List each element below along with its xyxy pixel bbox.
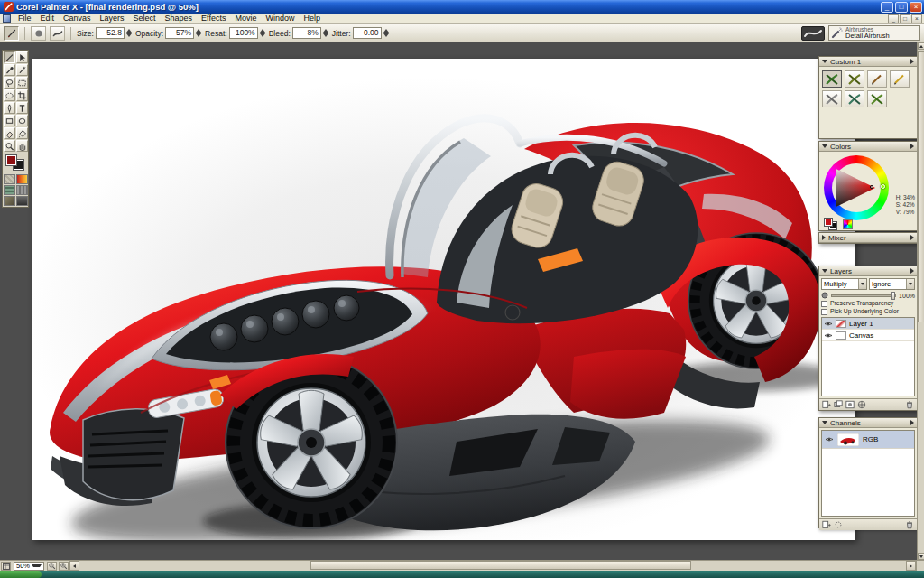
group-layers-icon[interactable] <box>834 400 843 409</box>
menu-help[interactable]: Help <box>300 14 326 23</box>
tool-text[interactable] <box>16 102 28 114</box>
menu-edit[interactable]: Edit <box>36 14 60 23</box>
taskbar[interactable] <box>0 571 924 578</box>
vertical-scrollbar[interactable] <box>917 42 924 560</box>
flyout-icon[interactable] <box>910 268 914 274</box>
custom-brush-5[interactable] <box>822 90 842 107</box>
sv-marker[interactable] <box>870 185 873 189</box>
scroll-down-icon[interactable] <box>918 553 924 560</box>
channel-row-rgb[interactable]: RGB <box>822 431 914 449</box>
pattern-selector[interactable] <box>4 185 15 195</box>
layer-opacity-slider[interactable] <box>831 294 896 297</box>
document-canvas[interactable] <box>32 59 855 540</box>
horizontal-scroll-thumb[interactable] <box>310 561 690 570</box>
document-icon[interactable] <box>3 14 11 23</box>
dab-preview-icon[interactable] <box>31 26 46 41</box>
tool-pen[interactable] <box>4 102 15 114</box>
delete-layer-trash-icon[interactable] <box>905 400 914 409</box>
visibility-eye-icon[interactable] <box>825 436 834 443</box>
menu-shapes[interactable]: Shapes <box>161 14 198 23</box>
bleed-stepper[interactable] <box>323 29 328 37</box>
tool-layer-adjuster[interactable] <box>16 51 28 63</box>
scroll-right-icon[interactable] <box>906 561 916 571</box>
zoom-in-icon[interactable] <box>59 562 69 571</box>
tool-magic-wand[interactable] <box>16 64 28 76</box>
collapse-icon[interactable] <box>822 144 827 148</box>
flyout-icon[interactable] <box>910 235 914 240</box>
opacity-input[interactable]: 57% <box>165 27 194 39</box>
nozzle-selector[interactable] <box>16 196 28 206</box>
minimize-button[interactable]: _ <box>881 2 893 13</box>
doc-restore-button[interactable]: □ <box>900 14 910 23</box>
flyout-icon[interactable] <box>910 144 914 149</box>
new-channel-icon[interactable] <box>822 520 831 529</box>
zoom-dropdown-icon[interactable] <box>32 564 42 567</box>
tool-crop[interactable] <box>16 89 28 101</box>
collapse-icon[interactable] <box>822 421 827 424</box>
menu-select[interactable]: Select <box>129 14 161 23</box>
load-selection-icon[interactable] <box>834 520 843 529</box>
brush-tool-icon[interactable] <box>4 26 19 41</box>
jitter-stepper[interactable] <box>383 29 389 37</box>
layer-mask-icon[interactable] <box>845 400 855 409</box>
main-color-swatch[interactable] <box>825 219 832 226</box>
channels-panel-header[interactable]: Channels <box>819 418 917 428</box>
menu-file[interactable]: File <box>14 14 36 23</box>
menu-layers[interactable]: Layers <box>96 14 129 23</box>
custom-brush-7[interactable] <box>867 90 887 107</box>
scroll-left-icon[interactable] <box>69 561 79 571</box>
visibility-eye-icon[interactable] <box>824 321 833 327</box>
window-titlebar[interactable]: Corel Painter X - [final rendering.psd @… <box>0 0 924 14</box>
doc-close-button[interactable]: × <box>911 14 922 23</box>
slider-thumb[interactable] <box>891 292 895 300</box>
depth-mode-dropdown[interactable]: Ignore <box>869 278 915 290</box>
dropdown-arrow-icon[interactable] <box>858 279 866 289</box>
new-layer-icon[interactable] <box>822 400 831 409</box>
size-stepper[interactable] <box>126 29 132 37</box>
opacity-stepper[interactable] <box>196 29 201 37</box>
tool-grabber[interactable] <box>16 140 28 152</box>
menu-effects[interactable]: Effects <box>197 14 230 23</box>
menu-movie[interactable]: Movie <box>230 14 261 23</box>
size-input[interactable]: 52.8 <box>96 27 125 39</box>
custom-palette-header[interactable]: Custom 1 <box>819 57 917 67</box>
tool-brush[interactable] <box>4 51 15 63</box>
layers-panel-header[interactable]: Layers <box>819 266 917 276</box>
preserve-transparency-checkbox[interactable] <box>821 301 827 307</box>
flyout-icon[interactable] <box>910 59 914 64</box>
stroke-preview-icon[interactable] <box>50 26 65 41</box>
layer-row-canvas[interactable]: Canvas <box>822 330 914 341</box>
jitter-input[interactable]: 0.00 <box>353 27 382 39</box>
tool-oval-select[interactable] <box>4 89 15 101</box>
resat-input[interactable]: 100% <box>229 27 258 39</box>
custom-brush-2[interactable] <box>845 70 864 88</box>
resat-stepper[interactable] <box>260 29 265 37</box>
custom-brush-3[interactable] <box>867 70 887 88</box>
tool-eraser[interactable] <box>4 127 15 139</box>
menu-window[interactable]: Window <box>261 14 299 23</box>
dropdown-arrow-icon[interactable] <box>906 279 914 289</box>
hue-marker[interactable] <box>881 184 885 189</box>
tool-rect-select[interactable] <box>16 77 28 89</box>
bleed-input[interactable]: 8% <box>292 27 321 39</box>
delete-channel-trash-icon[interactable] <box>905 520 914 529</box>
zoom-out-icon[interactable] <box>47 562 57 571</box>
custom-brush-6[interactable] <box>845 90 864 107</box>
horizontal-scrollbar[interactable] <box>79 561 906 571</box>
dynamic-plugin-icon[interactable] <box>857 400 866 409</box>
custom-brush-4[interactable] <box>890 70 910 88</box>
tool-lasso[interactable] <box>4 77 15 89</box>
vertical-scroll-thumb[interactable] <box>918 51 924 322</box>
tool-paint-bucket[interactable] <box>16 127 28 139</box>
color-set-icon[interactable] <box>843 219 853 229</box>
mixer-panel-header[interactable]: Mixer <box>819 233 917 243</box>
close-button[interactable]: × <box>910 2 922 13</box>
collapse-icon[interactable] <box>822 269 827 273</box>
pick-up-underlying-color-checkbox[interactable] <box>821 309 827 315</box>
doc-minimize-button[interactable]: _ <box>888 14 899 23</box>
flyout-icon[interactable] <box>910 420 914 425</box>
custom-brush-1[interactable] <box>822 70 842 88</box>
collapse-icon[interactable] <box>822 60 827 63</box>
colors-panel-header[interactable]: Colors <box>819 142 917 152</box>
layer-row-layer-1[interactable]: Layer 1 <box>822 318 914 330</box>
